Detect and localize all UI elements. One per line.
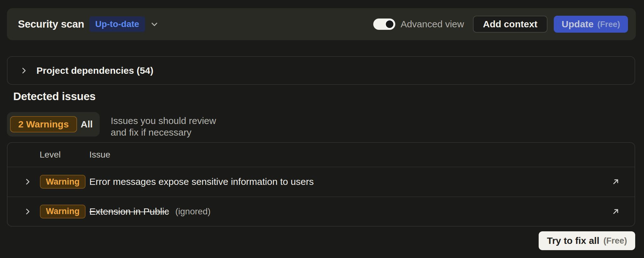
detected-issues-heading: Detected issues: [13, 90, 96, 103]
update-button-label: Update: [562, 19, 594, 30]
warning-badge: Warning: [40, 175, 86, 189]
filter-all-tab[interactable]: All: [77, 119, 97, 130]
header-actions: Advanced view Add context Update (Free): [373, 16, 628, 33]
table-row[interactable]: Warning Error messages expose sensitive …: [8, 167, 635, 196]
warning-badge: Warning: [40, 205, 86, 218]
issue-filter-segmented-control: 2 Warnings All: [7, 112, 100, 137]
ignored-tag: (ignored): [175, 207, 210, 217]
security-scan-header: Security scan Up-to-date Advanced view A…: [7, 8, 636, 40]
chevron-right-icon[interactable]: [23, 207, 33, 216]
issue-text: Extension in Public: [89, 206, 169, 217]
advanced-view-toggle[interactable]: [373, 19, 395, 30]
advanced-view-label: Advanced view: [401, 19, 464, 30]
try-to-fix-all-button[interactable]: Try to fix all (Free): [539, 231, 635, 250]
chevron-down-icon[interactable]: [150, 19, 159, 29]
level-cell: Warning: [40, 205, 89, 218]
issue-text: Error messages expose sensitive informat…: [89, 176, 314, 187]
update-button[interactable]: Update (Free): [554, 16, 628, 33]
filter-warnings-tab[interactable]: 2 Warnings: [10, 116, 77, 132]
update-plan-tag: (Free): [597, 19, 620, 29]
open-issue-icon[interactable]: [611, 177, 620, 186]
toggle-knob: [385, 19, 394, 29]
project-dependencies-row[interactable]: Project dependencies (54): [7, 56, 635, 85]
level-cell: Warning: [40, 175, 89, 189]
open-issue-icon[interactable]: [611, 207, 620, 216]
issues-description-line2: and fix if necessary: [111, 126, 216, 138]
fix-all-plan-tag: (Free): [603, 236, 627, 246]
add-context-button[interactable]: Add context: [473, 16, 547, 33]
page-title: Security scan: [18, 18, 84, 30]
chevron-right-icon[interactable]: [23, 177, 33, 186]
status-badge: Up-to-date: [89, 16, 145, 32]
issues-table-header: Level Issue: [8, 143, 635, 167]
issues-table: Level Issue Warning Error messages expos…: [7, 142, 635, 227]
project-dependencies-label: Project dependencies (54): [36, 65, 153, 76]
column-header-issue: Issue: [89, 150, 110, 160]
table-row[interactable]: Warning Extension in Public (ignored): [8, 196, 635, 226]
column-header-level: Level: [40, 150, 89, 160]
fix-all-label: Try to fix all: [547, 235, 599, 246]
chevron-right-icon[interactable]: [19, 66, 28, 75]
issues-description: Issues you should review and fix if nece…: [111, 115, 216, 138]
issues-description-line1: Issues you should review: [111, 115, 216, 126]
